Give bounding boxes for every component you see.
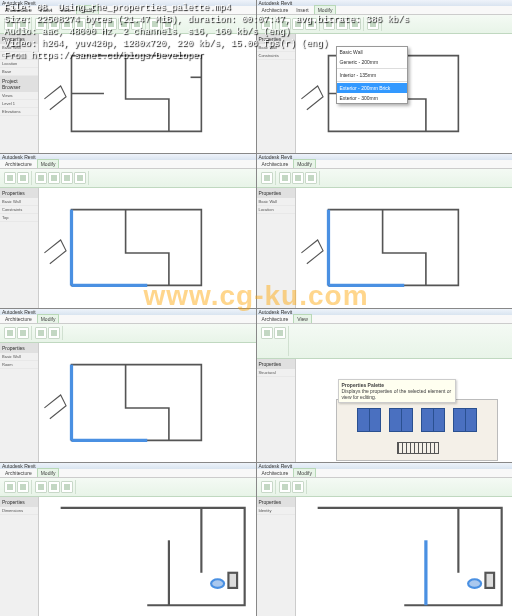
ribbon xyxy=(257,478,513,497)
tab-view[interactable]: View xyxy=(293,314,312,323)
prop-row[interactable]: Dimensions xyxy=(0,507,38,515)
move-icon[interactable] xyxy=(279,481,291,493)
copy-icon[interactable] xyxy=(48,481,60,493)
browser-row[interactable]: Elevations xyxy=(0,108,38,116)
properties-header: Properties xyxy=(0,343,38,353)
properties-panel[interactable]: Properties Identity xyxy=(257,497,296,616)
floor-plan-canvas[interactable] xyxy=(39,343,256,462)
window-icon xyxy=(453,408,477,432)
properties-header: Properties xyxy=(257,497,295,507)
modify-icon[interactable] xyxy=(261,172,273,184)
ribbon-tabs: Architecture Modify xyxy=(257,469,513,478)
properties-header: Properties xyxy=(257,188,295,198)
workspace: Properties Basic Wall Constraints Top xyxy=(0,188,256,307)
browser-header: Project Browser xyxy=(0,76,38,92)
trim-icon[interactable] xyxy=(61,481,73,493)
tab-architecture[interactable]: Architecture xyxy=(259,469,292,477)
railing-icon xyxy=(397,442,439,454)
tab-architecture[interactable]: Architecture xyxy=(2,469,35,477)
properties-header: Properties xyxy=(0,188,38,198)
view-icon[interactable] xyxy=(261,327,273,339)
prop-row[interactable]: Top xyxy=(0,214,38,222)
floor-plan-canvas[interactable] xyxy=(39,497,256,616)
ribbon-tabs: Architecture Modify xyxy=(0,469,256,478)
workspace: Properties Dimensions xyxy=(0,497,256,616)
svg-point-0 xyxy=(211,579,224,588)
prop-row[interactable]: Constraints xyxy=(0,206,38,214)
window-icon xyxy=(389,408,413,432)
tab-architecture[interactable]: Architecture xyxy=(259,315,292,323)
thumb-4: Autodesk Revit Architecture Modify Prope… xyxy=(257,154,513,307)
modify-icon[interactable] xyxy=(4,327,16,339)
prop-row[interactable]: Basic Wall xyxy=(257,198,295,206)
tab-modify[interactable]: Modify xyxy=(37,314,60,323)
tooltip: Properties Palette Displays the properti… xyxy=(338,379,456,403)
browser-row[interactable]: Level 1 xyxy=(0,100,38,108)
properties-header: Properties xyxy=(0,497,38,507)
browser-row[interactable]: Views xyxy=(0,92,38,100)
section-icon[interactable] xyxy=(274,327,286,339)
dropdown-separator xyxy=(337,81,407,82)
ribbon-tabs: Architecture Modify xyxy=(0,160,256,169)
prop-row[interactable]: Basic Wall xyxy=(0,198,38,206)
thumb-5: Autodesk Revit Architecture Modify Prope… xyxy=(0,309,256,462)
mirror-icon[interactable] xyxy=(74,172,86,184)
copy-icon[interactable] xyxy=(292,172,304,184)
prop-row[interactable]: Base xyxy=(0,68,38,76)
copy-icon[interactable] xyxy=(48,172,60,184)
ribbon-tabs: Architecture Modify xyxy=(0,315,256,324)
screenshot-grid: Autodesk Revit Architecture Insert View … xyxy=(0,0,512,616)
prop-row[interactable]: Basic Wall xyxy=(0,353,38,361)
floor-plan-canvas[interactable] xyxy=(296,497,513,616)
dropdown-item[interactable]: Exterior - 300mm xyxy=(337,93,407,103)
modify-icon[interactable] xyxy=(4,481,16,493)
modify-icon[interactable] xyxy=(261,481,273,493)
prop-row[interactable]: Location xyxy=(257,206,295,214)
properties-panel[interactable]: Properties Structural xyxy=(257,359,296,462)
prop-row[interactable]: Identity xyxy=(257,507,295,515)
ribbon-tabs: Architecture View xyxy=(257,315,513,324)
svg-point-2 xyxy=(468,579,481,588)
properties-panel[interactable]: Properties Basic Wall Room xyxy=(0,343,39,462)
ribbon xyxy=(257,324,513,359)
tab-architecture[interactable]: Architecture xyxy=(259,160,292,168)
svg-rect-1 xyxy=(228,573,237,588)
elevation-canvas[interactable]: Properties Palette Displays the properti… xyxy=(296,359,513,462)
paste-icon[interactable] xyxy=(17,481,29,493)
tab-modify[interactable]: Modify xyxy=(293,159,316,168)
ribbon xyxy=(0,169,256,188)
workspace: Properties Structural Properties Palette… xyxy=(257,359,513,462)
tab-modify[interactable]: Modify xyxy=(37,159,60,168)
floor-plan-canvas[interactable] xyxy=(39,188,256,307)
tab-modify[interactable]: Modify xyxy=(37,468,60,477)
copy-icon[interactable] xyxy=(292,481,304,493)
dropdown-item[interactable]: Interior - 135mm xyxy=(337,70,407,80)
dropdown-item-hover[interactable]: Exterior - 200mm Brick xyxy=(337,83,407,93)
rotate-icon[interactable] xyxy=(61,172,73,184)
window-icon xyxy=(421,408,445,432)
properties-panel[interactable]: Properties Basic Wall Location xyxy=(257,188,296,307)
ribbon xyxy=(0,324,256,343)
move-icon[interactable] xyxy=(35,327,47,339)
workspace: Properties Identity xyxy=(257,497,513,616)
thumb-8: Autodesk Revit Architecture Modify Prope… xyxy=(257,463,513,616)
modify-icon[interactable] xyxy=(4,172,16,184)
prop-row[interactable]: Room xyxy=(0,361,38,369)
move-icon[interactable] xyxy=(35,172,47,184)
tab-architecture[interactable]: Architecture xyxy=(2,315,35,323)
paste-icon[interactable] xyxy=(17,172,29,184)
tab-modify[interactable]: Modify xyxy=(293,468,316,477)
rotate-icon[interactable] xyxy=(305,172,317,184)
move-icon[interactable] xyxy=(35,481,47,493)
thumb-6: Autodesk Revit Architecture View Propert… xyxy=(257,309,513,462)
properties-panel[interactable]: Properties Basic Wall Constraints Top xyxy=(0,188,39,307)
floor-plan-canvas[interactable] xyxy=(296,188,513,307)
prop-row[interactable]: Structural xyxy=(257,369,295,377)
tab-architecture[interactable]: Architecture xyxy=(2,160,35,168)
move-icon[interactable] xyxy=(279,172,291,184)
paste-icon[interactable] xyxy=(17,327,29,339)
media-info-overlay: File: 08. Using_the_properties_palette.m… xyxy=(0,0,413,64)
copy-icon[interactable] xyxy=(48,327,60,339)
thumb-7: Autodesk Revit Architecture Modify Prope… xyxy=(0,463,256,616)
properties-panel[interactable]: Properties Dimensions xyxy=(0,497,39,616)
